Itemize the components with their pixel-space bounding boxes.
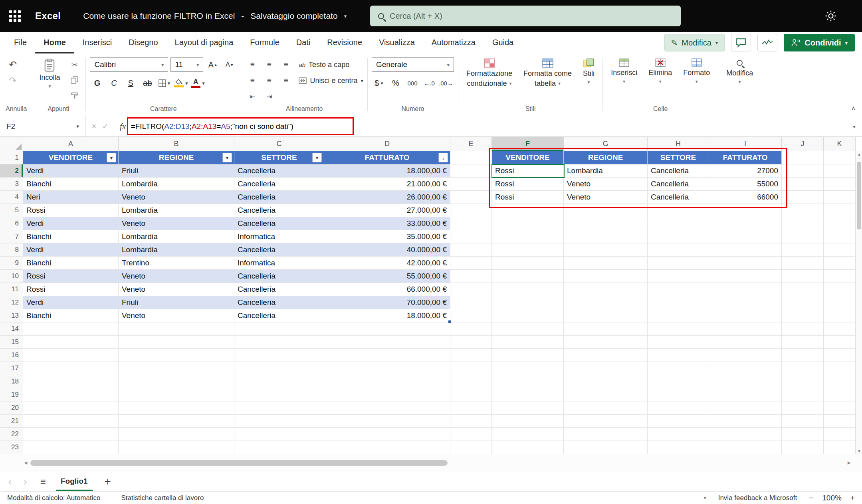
cell-C20[interactable] xyxy=(234,401,324,415)
cell-I7[interactable] xyxy=(709,230,782,243)
activity-button[interactable] xyxy=(757,34,777,51)
cell-B19[interactable] xyxy=(119,388,234,401)
cell-F20[interactable] xyxy=(492,401,564,415)
font-name-select[interactable]: Calibri ▾ xyxy=(90,57,168,72)
decrease-indent-button[interactable]: ⇤ xyxy=(245,89,260,104)
cell-F13[interactable] xyxy=(492,309,564,322)
cell-K6[interactable] xyxy=(824,217,856,230)
cell-K23[interactable] xyxy=(824,441,856,454)
cell-K18[interactable] xyxy=(824,375,856,388)
cell-B11[interactable]: Veneto xyxy=(119,283,234,296)
cell-F11[interactable] xyxy=(492,283,564,296)
cell-J21[interactable] xyxy=(782,415,824,428)
cell-E10[interactable] xyxy=(450,270,492,283)
cell-G6[interactable] xyxy=(564,217,648,230)
editing-mode-button[interactable]: ✎ Modifica ▾ xyxy=(664,34,725,51)
vertical-scrollbar[interactable]: ▲ ▼ xyxy=(856,151,862,454)
cell-K20[interactable] xyxy=(824,401,856,415)
cell-E19[interactable] xyxy=(450,388,492,401)
cell-D6[interactable]: 33.000,00 € xyxy=(324,217,450,230)
collapse-ribbon-button[interactable]: ∧ xyxy=(851,105,856,112)
cell-D17[interactable] xyxy=(324,362,450,375)
cell-K9[interactable] xyxy=(824,257,856,270)
cell-A1[interactable]: VENDITORE▾ xyxy=(23,151,119,164)
copy-button[interactable] xyxy=(67,73,81,87)
cell-K4[interactable] xyxy=(824,191,856,204)
cell-E1[interactable] xyxy=(450,151,492,164)
column-header-J[interactable]: J xyxy=(782,137,824,151)
column-header-G[interactable]: G xyxy=(564,137,648,151)
cell-H8[interactable] xyxy=(648,243,709,257)
row-header-3[interactable]: 3 xyxy=(0,178,23,191)
cell-J6[interactable] xyxy=(782,217,824,230)
cell-B13[interactable]: Veneto xyxy=(119,309,234,322)
format-painter-button[interactable] xyxy=(67,88,81,102)
row-header-17[interactable]: 17 xyxy=(0,362,23,375)
cell-B7[interactable]: Lombardia xyxy=(119,230,234,243)
cell-C10[interactable]: Cancelleria xyxy=(234,270,324,283)
cell-J22[interactable] xyxy=(782,428,824,441)
cell-H21[interactable] xyxy=(648,415,709,428)
cell-E6[interactable] xyxy=(450,217,492,230)
cell-B17[interactable] xyxy=(119,362,234,375)
cell-B21[interactable] xyxy=(119,415,234,428)
row-header-12[interactable]: 12 xyxy=(0,296,23,309)
cell-F7[interactable] xyxy=(492,230,564,243)
cell-H1[interactable]: SETTORE xyxy=(648,151,709,164)
cell-D10[interactable]: 55.000,00 € xyxy=(324,270,450,283)
cell-H3[interactable]: Cancelleria xyxy=(648,178,709,191)
thousands-format-button[interactable]: 000 xyxy=(405,76,420,90)
tab-visualizza[interactable]: Visualizza xyxy=(371,32,423,53)
cell-D9[interactable]: 42.000,00 € xyxy=(324,257,450,270)
cell-B3[interactable]: Lombardia xyxy=(119,178,234,191)
cell-G11[interactable] xyxy=(564,283,648,296)
cell-B15[interactable] xyxy=(119,336,234,349)
share-button[interactable]: Condividi ▾ xyxy=(784,34,855,51)
row-header-8[interactable]: 8 xyxy=(0,243,23,257)
cell-C17[interactable] xyxy=(234,362,324,375)
bold-button[interactable]: G xyxy=(90,76,104,90)
cell-J2[interactable] xyxy=(782,164,824,178)
calc-mode-status[interactable]: Modalità di calcolo: Automatico xyxy=(7,494,100,502)
cell-I3[interactable]: 55000 xyxy=(709,178,782,191)
cell-A22[interactable] xyxy=(23,428,119,441)
app-launcher-button[interactable] xyxy=(0,0,30,32)
cell-C22[interactable] xyxy=(234,428,324,441)
cell-J11[interactable] xyxy=(782,283,824,296)
cell-G22[interactable] xyxy=(564,428,648,441)
cell-A16[interactable] xyxy=(23,349,119,362)
cell-E7[interactable] xyxy=(450,230,492,243)
cell-H22[interactable] xyxy=(648,428,709,441)
cell-J23[interactable] xyxy=(782,441,824,454)
cell-J19[interactable] xyxy=(782,388,824,401)
tab-guida[interactable]: Guida xyxy=(484,32,522,53)
cell-C15[interactable] xyxy=(234,336,324,349)
cell-G9[interactable] xyxy=(564,257,648,270)
cell-A10[interactable]: Rossi xyxy=(23,270,119,283)
undo-button[interactable]: ↶ xyxy=(6,57,20,72)
cell-G15[interactable] xyxy=(564,336,648,349)
cell-D8[interactable]: 40.000,00 € xyxy=(324,243,450,257)
row-header-9[interactable]: 9 xyxy=(0,257,23,270)
cell-K22[interactable] xyxy=(824,428,856,441)
column-header-B[interactable]: B xyxy=(119,137,234,151)
cell-E14[interactable] xyxy=(450,322,492,336)
workbook-stats-button[interactable]: Statistiche cartella di lavoro xyxy=(121,494,204,502)
cell-G14[interactable] xyxy=(564,322,648,336)
cell-B10[interactable]: Veneto xyxy=(119,270,234,283)
cell-J18[interactable] xyxy=(782,375,824,388)
cell-J1[interactable] xyxy=(782,151,824,164)
insert-cells-button[interactable]: Inserisci ▾ xyxy=(607,57,641,85)
cell-K15[interactable] xyxy=(824,336,856,349)
search-input[interactable] xyxy=(390,12,673,21)
cell-E15[interactable] xyxy=(450,336,492,349)
cell-C11[interactable]: Cancelleria xyxy=(234,283,324,296)
cell-A13[interactable]: Bianchi xyxy=(23,309,119,322)
cell-F15[interactable] xyxy=(492,336,564,349)
cell-G18[interactable] xyxy=(564,375,648,388)
select-all-corner[interactable] xyxy=(0,137,23,151)
format-as-table-button[interactable]: Formatta come tabella ▾ xyxy=(519,57,576,89)
number-format-select[interactable]: Generale ▾ xyxy=(372,57,454,72)
tab-inserisci[interactable]: Inserisci xyxy=(74,32,120,53)
row-header-15[interactable]: 15 xyxy=(0,336,23,349)
